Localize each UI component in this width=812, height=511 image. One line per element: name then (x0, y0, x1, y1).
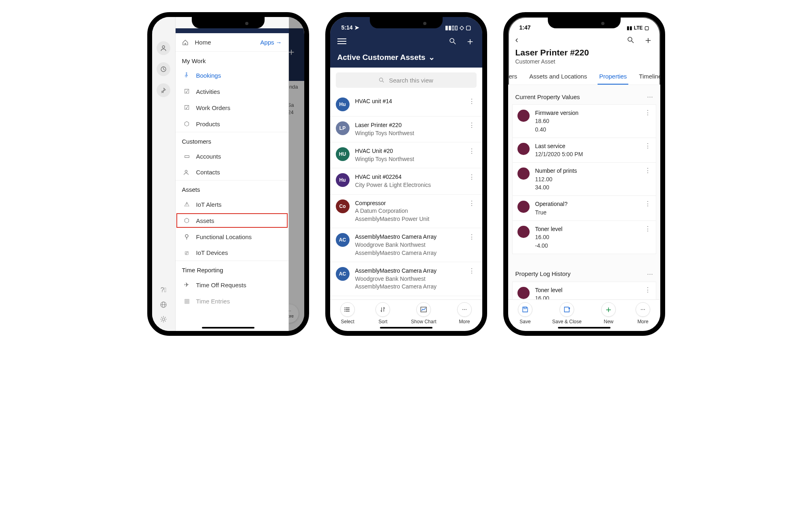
nav-accounts[interactable]: ▭Accounts (176, 148, 288, 164)
nav-timeoff[interactable]: ✈Time Off Requests (176, 277, 288, 293)
record-subtitle: Customer Asset (515, 58, 653, 65)
item-menu-icon[interactable]: ⋮ (467, 121, 477, 129)
save-close-button[interactable]: Save & Close (552, 302, 582, 324)
svg-point-9 (379, 78, 383, 81)
asset-list-item[interactable]: Fe Fire extinguisher #0018Woodgrove Bank… (330, 296, 482, 299)
nav-timeentries[interactable]: ▦Time Entries (176, 293, 288, 309)
section-mywork: My Work (176, 52, 288, 68)
asset-list-item[interactable]: Co CompressorA Datum CorporationAssembly… (330, 195, 482, 229)
svg-line-8 (454, 42, 456, 44)
avatar: LP (336, 121, 350, 135)
home-icon (182, 39, 189, 46)
property-menu-icon[interactable]: ⋮ (645, 109, 651, 117)
asset-list-item[interactable]: AC AssemblyMaestro Camera ArrayWoodgrove… (330, 228, 482, 262)
nav-iotdevices[interactable]: ⎚IoT Devices (176, 245, 288, 261)
property-menu-icon[interactable]: ⋮ (645, 286, 651, 294)
wifi-icon: ◇ (460, 24, 464, 31)
sort-button[interactable]: Sort (375, 302, 390, 324)
avatar: Co (336, 199, 350, 213)
phone-asset-detail: 1:47 ▮▮ LTE ▢ ‹ ＋ Laser Printer #220 Cus… (503, 12, 665, 336)
apps-link[interactable]: Apps → (260, 39, 282, 46)
property-menu-icon[interactable]: ⋮ (645, 142, 651, 150)
back-icon[interactable]: ‹ (515, 35, 525, 45)
select-button[interactable]: Select (340, 302, 355, 324)
phone-nav-drawer: ＋ genda Sa 24 ?⃝ Home Apps → My Work ᢤBo… (147, 12, 309, 336)
nav-functional-locations[interactable]: ⚲Functional Locations (176, 229, 288, 245)
tab-strip: ers Assets and Locations Properties Time… (508, 69, 660, 85)
property-menu-icon[interactable]: ⋮ (645, 200, 651, 208)
accounts-icon: ▭ (183, 153, 191, 160)
asset-list-item[interactable]: HU HVAC Unit #20Wingtip Toys Northwest ⋮ (330, 142, 482, 168)
item-menu-icon[interactable]: ⋮ (467, 267, 477, 275)
section-customers: Customers (176, 132, 288, 148)
svg-line-16 (632, 41, 634, 43)
nav-panel: Home Apps → My Work ᢤBookings ☑Activitie… (176, 33, 289, 331)
pin-icon[interactable] (157, 83, 170, 97)
recent-icon[interactable] (157, 62, 170, 76)
section-menu-icon[interactable]: ⋯ (647, 93, 653, 100)
nav-workorders[interactable]: ☑Work Orders (176, 100, 288, 116)
property-menu-icon[interactable]: ⋮ (645, 225, 651, 233)
nav-iotalerts[interactable]: ⚠IoT Alerts (176, 196, 288, 212)
profile-icon[interactable] (157, 41, 170, 55)
property-row[interactable]: Number of prints112.0034.00 ⋮ (512, 163, 656, 196)
signal-icon: ▮▮▯▯ (445, 24, 458, 31)
new-button[interactable]: ＋New (601, 302, 616, 324)
tab-assets-locations[interactable]: Assets and Locations (528, 69, 589, 85)
nav-activities[interactable]: ☑Activities (176, 83, 288, 100)
asset-list-item[interactable]: Hu HVAC unit #14 ⋮ (330, 93, 482, 117)
view-title[interactable]: Active Customer Assets ⌄ (337, 53, 475, 62)
section-menu-icon[interactable]: ⋯ (647, 270, 653, 278)
notch (192, 17, 265, 28)
nav-home[interactable]: Home Apps → (176, 33, 288, 52)
property-dot (517, 201, 530, 213)
more-button[interactable]: ⋯More (636, 302, 650, 324)
property-menu-icon[interactable]: ⋮ (645, 167, 651, 174)
svg-point-5 (162, 318, 165, 320)
asset-list-item[interactable]: LP Laser Printer #220Wingtip Toys Northw… (330, 117, 482, 142)
tab-timeline[interactable]: Timeline (637, 69, 660, 85)
item-menu-icon[interactable]: ⋮ (467, 233, 477, 241)
svg-line-10 (383, 81, 384, 82)
asset-list-item[interactable]: Hu HVAC unit #02264City Power & Light El… (330, 168, 482, 194)
nav-products[interactable]: ⬡Products (176, 116, 288, 132)
assets-icon: ⬡ (183, 217, 191, 224)
notch (548, 17, 621, 28)
search-icon[interactable] (449, 38, 456, 45)
asset-list-item[interactable]: AC AssemblyMaestro Camera ArrayWoodgrove… (330, 262, 482, 296)
section-log-history: Property Log History⋯ (512, 266, 656, 282)
property-dot (517, 287, 530, 299)
property-dot (517, 168, 530, 180)
nav-bookings[interactable]: ᢤBookings (176, 68, 288, 83)
search-input[interactable]: Search this view (336, 72, 477, 88)
chart-button[interactable]: Show Chart (411, 302, 437, 324)
help-icon[interactable]: ?⃝ (161, 286, 167, 294)
tab-properties[interactable]: Properties (598, 69, 628, 85)
item-menu-icon[interactable]: ⋮ (467, 173, 477, 181)
svg-point-0 (162, 46, 165, 48)
gear-icon[interactable] (160, 316, 167, 323)
nav-contacts[interactable]: Contacts (176, 164, 288, 180)
property-row[interactable]: Toner level16.00-4.00 ⋮ (512, 282, 656, 299)
item-menu-icon[interactable]: ⋮ (467, 199, 477, 207)
search-icon[interactable] (627, 36, 634, 44)
avatar: HU (336, 147, 350, 161)
save-button[interactable]: Save (518, 302, 532, 324)
globe-icon[interactable] (160, 301, 167, 308)
property-row[interactable]: Last service12/1/2020 5:00 PM ⋮ (512, 138, 656, 163)
asset-list[interactable]: Hu HVAC unit #14 ⋮LP Laser Printer #220W… (330, 93, 482, 299)
more-button[interactable]: ⋯More (457, 302, 472, 324)
property-row[interactable]: Operational?True ⋮ (512, 196, 656, 221)
property-row[interactable]: Toner level16.00-4.00 ⋮ (512, 221, 656, 254)
hamburger-icon[interactable] (337, 38, 346, 44)
tab-cut[interactable]: ers (508, 69, 519, 85)
add-icon[interactable]: ＋ (643, 36, 653, 44)
item-menu-icon[interactable]: ⋮ (467, 98, 477, 105)
property-row[interactable]: Firmware version18.600.40 ⋮ (512, 104, 656, 138)
item-menu-icon[interactable]: ⋮ (467, 147, 477, 155)
add-icon[interactable]: ＋ (465, 38, 475, 45)
nav-assets[interactable]: ⬡Assets (176, 212, 288, 229)
phone-asset-list: 5:14➤ ▮▮▯▯ ◇ ▢ ＋ Active Customer Assets … (325, 12, 487, 336)
device-icon: ⎚ (183, 249, 191, 256)
svg-point-7 (450, 38, 454, 42)
